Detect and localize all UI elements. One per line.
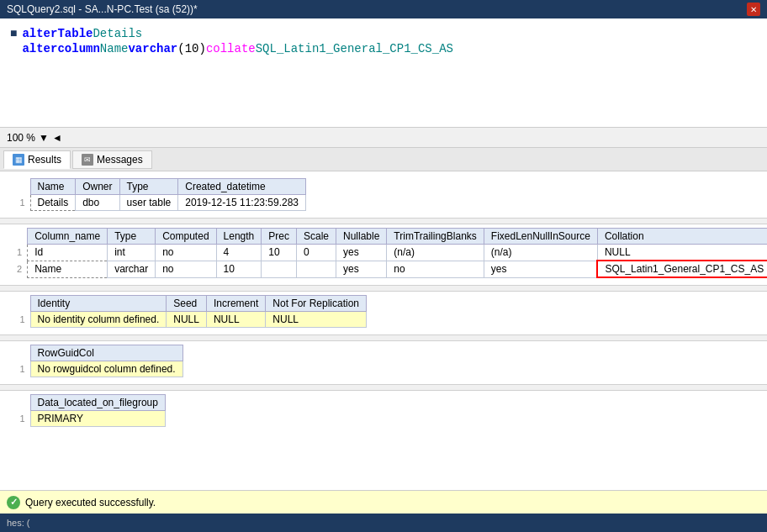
- cell-created: 2019-12-15 11:23:59.283: [178, 195, 306, 211]
- col-filegroup: Data_located_on_filegroup: [30, 395, 165, 411]
- kw-alter-2: alter: [22, 42, 57, 55]
- cell-nullable-yes: yes: [336, 245, 386, 261]
- section-sep-1: [0, 218, 767, 224]
- table-row: 1 No identity column defined. NULL NULL …: [10, 312, 367, 328]
- cell-rowguid-val: No rowguidcol column defined.: [30, 361, 182, 377]
- col-fixedlen: FixedLenNullInSource: [484, 229, 597, 245]
- col-rownum-header-3: [10, 296, 30, 312]
- col-identity: Identity: [30, 296, 167, 312]
- table-row: 2 Name varchar no 10 yes no yes SQL_Lati…: [10, 261, 767, 277]
- kw-paren-open: (: [177, 42, 184, 55]
- close-button[interactable]: ✕: [747, 3, 760, 16]
- col-computed: Computed: [156, 229, 216, 245]
- kw-10: 10: [185, 42, 199, 55]
- status-bar: ✓ Query executed successfully.: [0, 490, 767, 514]
- cell-computed-no2: no: [156, 261, 216, 277]
- col-collation: Collation: [597, 229, 767, 245]
- cell-length-10: 10: [216, 261, 262, 277]
- cell-type: user table: [119, 195, 178, 211]
- table-row: 1 Details dbo user table 2019-12-15 11:2…: [10, 195, 306, 211]
- tab-messages-label: Messages: [97, 154, 143, 166]
- tab-results-label: Results: [28, 154, 61, 166]
- tabs-bar: ▦ Results ✉ Messages: [0, 148, 767, 171]
- result-table-2: Column_name Type Computed Length Prec Sc…: [10, 228, 767, 278]
- col-rownum-header: [10, 179, 30, 195]
- col-rownum-header-4: [10, 345, 30, 361]
- cell-nullable-yes2: yes: [336, 261, 386, 277]
- kw-collate: collate: [206, 42, 256, 55]
- cell-seed: NULL: [167, 312, 207, 328]
- cell-trim-na: (n/a): [387, 245, 484, 261]
- tab-messages[interactable]: ✉ Messages: [72, 150, 152, 169]
- cell-prec-10: 10: [262, 245, 297, 261]
- editor-line-1: ■ alter Table Details: [10, 27, 757, 40]
- table-row: 1 No rowguidcol column defined.: [10, 361, 182, 377]
- cell-filegroup-val: PRIMARY: [30, 411, 165, 427]
- result-table-2-wrapper: Column_name Type Computed Length Prec Sc…: [0, 224, 767, 282]
- col-column-name: Column_name: [28, 229, 108, 245]
- bottom-text: hes: (: [7, 518, 30, 528]
- kw-details: Details: [93, 27, 142, 40]
- col-prec: Prec: [262, 229, 297, 245]
- cell-collation-null: NULL: [597, 245, 767, 261]
- col-rowguid: RowGuidCol: [30, 345, 182, 361]
- result-table-5: Data_located_on_filegroup 1 PRIMARY: [10, 394, 166, 427]
- kw-varchar: varchar: [128, 42, 177, 55]
- col-seed: Seed: [167, 296, 207, 312]
- title-bar: SQLQuery2.sql - SA...N-PC.Test (sa (52))…: [0, 0, 767, 18]
- col-rownum-header-2: [10, 229, 28, 245]
- row-num: 1: [10, 312, 30, 328]
- cell-type-int: int: [108, 245, 156, 261]
- row-num: 1: [10, 411, 30, 427]
- cell-prec-empty: [262, 261, 297, 277]
- section-sep-4: [0, 384, 767, 391]
- cell-scale-empty: [296, 261, 336, 277]
- line-indicator: ■: [10, 27, 17, 40]
- col-created: Created_datetime: [178, 179, 306, 195]
- col-type: Type: [119, 179, 178, 195]
- kw-paren-close: ): [198, 42, 205, 55]
- cell-increment: NULL: [206, 312, 265, 328]
- col-type-2: Type: [108, 229, 156, 245]
- scroll-left-icon[interactable]: ◄: [52, 132, 62, 144]
- editor-area[interactable]: ■ alter Table Details ■ alter column Nam…: [0, 18, 767, 128]
- cell-type-varchar: varchar: [108, 261, 156, 277]
- cell-length-4: 4: [216, 245, 262, 261]
- kw-name-col: Name: [100, 42, 129, 55]
- col-nullable: Nullable: [336, 229, 386, 245]
- col-length: Length: [216, 229, 262, 245]
- results-icon: ▦: [13, 154, 24, 166]
- result-table-3: Identity Seed Increment Not For Replicat…: [10, 295, 367, 328]
- kw-alter-1: alter: [22, 27, 57, 40]
- row-num: 2: [10, 261, 28, 277]
- tab-results[interactable]: ▦ Results: [3, 150, 71, 169]
- col-trim: TrimTrailingBlanks: [387, 229, 484, 245]
- results-area[interactable]: Name Owner Type Created_datetime 1 Detai…: [0, 171, 767, 490]
- row-num: 1: [10, 361, 30, 377]
- cell-col-name: Name: [28, 261, 108, 277]
- editor-line-2: ■ alter column Name varchar ( 10 ) colla…: [10, 42, 757, 55]
- zoom-level: 100 %: [7, 132, 35, 144]
- col-not-for-replication: Not For Replication: [266, 296, 367, 312]
- kw-column: column: [57, 42, 99, 55]
- row-num: 1: [10, 195, 30, 211]
- table-row: 1 Id int no 4 10 0 yes (n/a) (n/a) NULL: [10, 245, 767, 261]
- col-scale: Scale: [296, 229, 336, 245]
- col-owner: Owner: [76, 179, 119, 195]
- cell-not-for-rep: NULL: [266, 312, 367, 328]
- cell-computed-no: no: [156, 245, 216, 261]
- col-name: Name: [30, 179, 76, 195]
- cell-fixed-na: (n/a): [484, 245, 597, 261]
- col-increment: Increment: [206, 296, 265, 312]
- table-row: 1 PRIMARY: [10, 411, 165, 427]
- col-rownum-header-5: [10, 395, 30, 411]
- result-table-1: Name Owner Type Created_datetime 1 Detai…: [10, 178, 306, 211]
- cell-owner: dbo: [76, 195, 119, 211]
- status-message: Query executed successfully.: [25, 497, 156, 508]
- row-num: 1: [10, 245, 28, 261]
- cell-identity-val: No identity column defined.: [30, 312, 167, 328]
- success-icon: ✓: [7, 496, 20, 509]
- result-table-4: RowGuidCol 1 No rowguidcol column define…: [10, 345, 183, 377]
- result-table-5-wrapper: Data_located_on_filegroup 1 PRIMARY: [0, 391, 767, 430]
- zoom-arrow[interactable]: ▼: [39, 132, 49, 144]
